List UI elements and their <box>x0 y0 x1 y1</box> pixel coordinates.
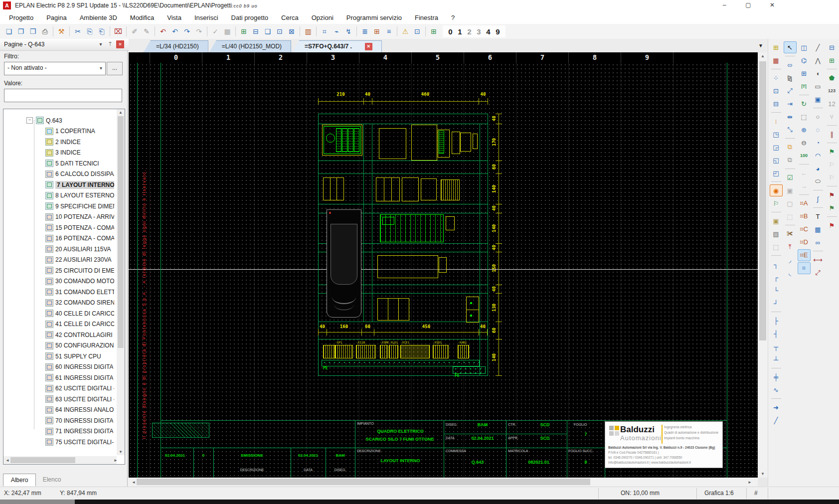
menu-dati-progetto[interactable]: Dati progetto <box>231 14 268 21</box>
tree-root[interactable]: −Q.643 <box>3 115 114 126</box>
new-page-button[interactable]: ❏ <box>3 26 15 37</box>
zoom-100-button[interactable]: 100 <box>798 150 811 162</box>
draw-line-button[interactable]: ╱ <box>812 41 825 53</box>
tab-elenco[interactable]: Elenco <box>36 474 68 486</box>
page-properties-button[interactable]: ❒ <box>27 26 39 37</box>
paste-object-button[interactable]: ⧉ <box>784 154 797 166</box>
t-node-right-button[interactable]: ├ <box>770 315 783 327</box>
tree-item-23[interactable]: 60 INGRESSI DIGITA <box>3 362 114 373</box>
draw-polyline-button[interactable]: ⋀ <box>812 54 825 66</box>
settings-wrench-button[interactable]: ⚒ <box>55 26 67 37</box>
mirror-object-button[interactable]: ⧎ <box>784 72 797 84</box>
dimension-aligned-button[interactable]: ⤢ <box>812 267 825 279</box>
flag-insert-button[interactable]: ⚑ <box>826 202 839 214</box>
tree-item-3[interactable]: 3 INDICE <box>3 148 114 159</box>
corner-down-left-button[interactable]: ┐ <box>770 258 783 270</box>
hatched-area-button[interactable]: ▨ <box>770 228 783 240</box>
dimension-horizontal-button[interactable]: ⟷ <box>812 254 825 266</box>
enclosure-layout-button[interactable]: ▥ <box>302 26 314 37</box>
tree-item-19[interactable]: 41 CELLE DI CARICO <box>3 319 114 330</box>
numbering-123-button[interactable]: 123 <box>826 85 839 97</box>
window-parts-a-button[interactable]: ⊟ <box>826 41 839 53</box>
placeholder-object-button[interactable]: ⬚ <box>770 241 783 253</box>
tree-item-9[interactable]: 10 POTENZA - ARRIV <box>3 212 114 223</box>
redo-all-button[interactable]: ↷ <box>193 26 205 37</box>
maximize-button[interactable]: ▢ <box>740 0 756 10</box>
chamfer-corner-button[interactable]: ◟ <box>784 267 797 279</box>
numbering-pins-button[interactable]: ⑂ <box>826 111 839 123</box>
tree-item-20[interactable]: 42 CONTROLLAGIRI <box>3 330 114 340</box>
undo-button[interactable]: ↶ <box>169 26 181 37</box>
auto-route-button[interactable]: ↯ <box>342 26 354 37</box>
tree-item-30[interactable]: 75 USCITE DIGITALI- <box>3 437 114 448</box>
tree-item-11[interactable]: 16 POTENZA - COMA <box>3 233 114 244</box>
snap-point-button[interactable]: ⤒ <box>784 241 797 253</box>
tree-item-17[interactable]: 32 COMANDO SIREN <box>3 298 114 309</box>
page-type-0-button[interactable]: 0 <box>446 27 455 36</box>
page-tree[interactable]: −Q.6431 COPERTINA2 INDICE3 INDICE5 DATI … <box>3 109 125 465</box>
value-input[interactable] <box>4 89 122 102</box>
draw-arc-3point-button[interactable]: ◔ <box>812 137 825 149</box>
menu-modifica[interactable]: Modifica <box>130 14 154 21</box>
paste-button[interactable]: ⎗ <box>96 26 108 37</box>
insert-symbol-table-button[interactable]: ▦ <box>770 54 783 66</box>
scroll-up-icon[interactable]: ▲ <box>117 110 125 115</box>
trim-tool-button[interactable]: ✀ <box>784 228 797 240</box>
format-paint-b-button[interactable]: ✎ <box>141 26 153 37</box>
flag-disabled-b-button[interactable]: ⚐ <box>826 171 839 183</box>
draw-circle-points-button[interactable]: ◌ <box>812 124 825 136</box>
menu-vista[interactable]: Vista <box>167 14 181 21</box>
grid-b-button[interactable]: ⌗B <box>798 210 811 222</box>
select-similar-button[interactable]: ☑ <box>784 171 797 183</box>
t-node-up-button[interactable]: ┴ <box>770 353 783 365</box>
structure-box-button[interactable]: ▣ <box>770 215 783 227</box>
placement-frame-button[interactable]: ◉ <box>770 184 783 196</box>
device-selection-button[interactable]: ◫ <box>798 41 811 53</box>
scroll-down-icon[interactable]: ▼ <box>117 450 125 454</box>
insert-hyperlink-button[interactable]: ∞ <box>812 236 825 248</box>
zoom-out-button[interactable]: ⊖ <box>798 137 811 149</box>
window-parts-b-button[interactable]: ⊞ <box>826 54 839 66</box>
select-tool-button[interactable]: ↖ <box>784 41 797 53</box>
canvas-horizontal-scrollbar[interactable]: ◄ ► <box>129 478 758 486</box>
tree-item-5[interactable]: 6 CALCOLO DISSIPAZ <box>3 169 114 180</box>
device-connection-c-button[interactable]: ◱ <box>770 154 783 166</box>
draw-spline-button[interactable]: ∫ <box>812 193 825 205</box>
corner-up-left-button[interactable]: ┘ <box>770 297 783 309</box>
device-connection-b-button[interactable]: ◲ <box>770 141 783 153</box>
menu-cerca[interactable]: Cerca <box>281 14 299 21</box>
canvas-hscroll-thumb[interactable] <box>137 479 590 485</box>
insert-image-button[interactable]: ▦ <box>812 223 825 235</box>
tree-expander-icon[interactable]: − <box>26 117 33 124</box>
menu-ambiente-3d[interactable]: Ambiente 3D <box>80 14 117 21</box>
drawing-canvas[interactable]: Il presente disegno è di proprietà di Po… <box>129 63 758 478</box>
panel-pin-icon[interactable]: ⍑ <box>106 40 114 48</box>
group-objects-button[interactable]: ▣ <box>784 184 797 196</box>
layer-management-button[interactable]: ⊞ <box>428 26 440 37</box>
menu-pagina[interactable]: Pagina <box>46 14 66 21</box>
tree-item-6[interactable]: 7 LAYOUT INTERNO <box>3 179 114 190</box>
tree-vertical-scrollbar[interactable]: ▲ ▼ <box>117 109 125 455</box>
canvas-vscroll-thumb[interactable] <box>759 61 766 340</box>
parts-list-button[interactable]: ≡ <box>383 26 395 37</box>
draw-sector-button[interactable]: ◕ <box>812 163 825 174</box>
tab-list-dropdown-icon[interactable]: ▼ <box>758 43 763 48</box>
move-object-button[interactable]: ⬄ <box>784 59 797 71</box>
connection-point-up-button[interactable]: ⊡ <box>770 85 783 97</box>
menu-opzioni[interactable]: Opzioni <box>312 14 334 21</box>
tree-item-27[interactable]: 64 INGRESSI ANALO <box>3 405 114 416</box>
menu-progetto[interactable]: Progetto <box>9 14 33 21</box>
project-check-button[interactable]: ⊡ <box>411 26 423 37</box>
cut-button[interactable]: ✂ <box>72 26 84 37</box>
align-center-button[interactable]: ⇹ <box>784 111 797 123</box>
ungroup-objects-button[interactable]: ▢ <box>784 197 797 209</box>
bar-sync-button[interactable]: ∥ <box>826 128 839 140</box>
page-type-1-button[interactable]: 1 <box>455 27 465 36</box>
tab-close-button[interactable]: ✕ <box>365 43 372 50</box>
page-macro-button[interactable]: ❏ <box>262 26 274 37</box>
table-view-button[interactable]: ▦ <box>221 26 233 37</box>
draw-rect-points-button[interactable]: ▣ <box>812 93 825 105</box>
canvas-vertical-scrollbar[interactable]: ▲ ▼ <box>758 52 768 478</box>
flag-report-button[interactable]: ⚑ <box>826 189 839 201</box>
panel-close-icon[interactable]: ✕ <box>116 40 124 48</box>
